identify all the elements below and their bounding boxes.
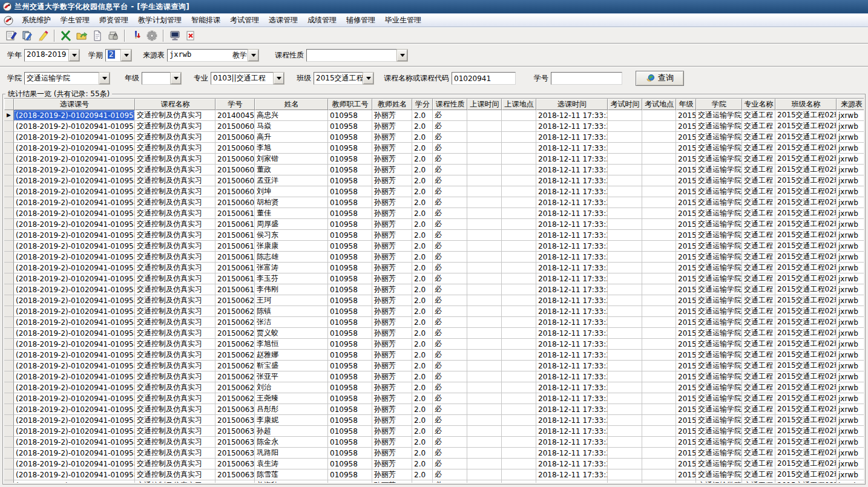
cell-college[interactable]: 交通运输学院 — [696, 328, 742, 339]
course-nature-combo[interactable] — [306, 49, 408, 62]
cell-grade[interactable]: 2015 — [676, 339, 696, 350]
cell-teacher_name[interactable]: 孙丽芳 — [372, 404, 412, 415]
chevron-down-icon[interactable] — [248, 50, 258, 61]
cell-grade[interactable]: 2015 — [676, 469, 696, 480]
cell-teacher_name[interactable]: 孙丽芳 — [372, 328, 412, 339]
cell-class_name[interactable]: 2015交通工程02班 — [775, 273, 837, 284]
cell-class_place[interactable] — [502, 306, 536, 317]
cell-credit[interactable]: 2.0 — [412, 404, 433, 415]
table-row[interactable]: (2018-2019-2)-01020941-010958-1交通控制及仿真实习… — [4, 186, 864, 197]
cell-name[interactable]: 张亚平 — [255, 371, 328, 382]
table-row[interactable]: (2018-2019-2)-01020941-010958-1交通控制及仿真实习… — [4, 371, 864, 382]
cell-teacher_id[interactable]: 010958 — [328, 404, 372, 415]
cell-college[interactable]: 交通运输学院 — [696, 295, 742, 306]
cell-teacher_name[interactable]: 孙丽芳 — [372, 110, 412, 121]
cell-class_time[interactable] — [467, 208, 502, 219]
cell-exam_place[interactable] — [642, 263, 676, 273]
cell-course_no[interactable]: (2018-2019-2)-01020941-010958-1 — [14, 121, 135, 132]
cell-id[interactable]: 201500623 — [215, 328, 255, 339]
cell-select_time[interactable]: 2018-12-11 17:33:32 — [536, 208, 608, 219]
row-indicator[interactable] — [4, 208, 14, 219]
row-indicator[interactable] — [4, 284, 14, 295]
cell-course_name[interactable]: 交通控制及仿真实习 — [135, 219, 215, 230]
cell-credit[interactable]: 2.0 — [412, 143, 433, 154]
cell-grade[interactable]: 2015 — [676, 306, 696, 317]
cell-major[interactable]: 交通工程 — [742, 175, 775, 186]
cell-exam_place[interactable] — [642, 459, 676, 469]
cell-class_name[interactable]: 2015交通工程02班 — [775, 437, 837, 448]
cell-class_time[interactable] — [467, 263, 502, 273]
cell-teacher_id[interactable]: 010958 — [328, 459, 372, 469]
table-row[interactable]: (2018-2019-2)-01020941-010958-1交通控制及仿真实习… — [4, 415, 864, 426]
cell-class_place[interactable] — [502, 459, 536, 469]
row-indicator[interactable] — [4, 339, 14, 350]
cell-course_name[interactable]: 交通控制及仿真实习 — [135, 415, 215, 426]
cell-course_name[interactable]: 交通控制及仿真实习 — [135, 469, 215, 480]
cell-major[interactable]: 交通工程 — [742, 154, 775, 165]
cell-course_name[interactable]: 交通控制及仿真实习 — [135, 208, 215, 219]
cell-select_time[interactable]: 2018-12-11 17:33:32 — [536, 165, 608, 175]
cell-class_place[interactable] — [502, 284, 536, 295]
cell-select_time[interactable]: 2018-12-11 17:33:32 — [536, 273, 608, 284]
cell-major[interactable]: 交通工程 — [742, 426, 775, 437]
cell-course_no[interactable]: (2018-2019-2)-01020941-010958-1 — [14, 361, 135, 371]
query-button[interactable]: 查询 — [636, 71, 684, 86]
cell-grade[interactable]: 2015 — [676, 382, 696, 393]
cell-course_name[interactable]: 交通控制及仿真实习 — [135, 143, 215, 154]
cell-teacher_name[interactable]: 孙丽芳 — [372, 175, 412, 186]
cell-teacher_name[interactable]: 孙丽芳 — [372, 241, 412, 252]
cell-teacher_name[interactable]: 孙丽芳 — [372, 426, 412, 437]
cell-class_place[interactable] — [502, 404, 536, 415]
cell-credit[interactable]: 2.0 — [412, 328, 433, 339]
cell-teacher_id[interactable]: 010958 — [328, 208, 372, 219]
cell-name[interactable]: 张富涛 — [255, 263, 328, 273]
cell-class_name[interactable]: 2015交通工程02班 — [775, 480, 837, 483]
cell-class_time[interactable] — [467, 165, 502, 175]
term-combo[interactable]: 2 — [105, 49, 132, 62]
cell-grade[interactable]: 2015 — [676, 197, 696, 208]
cell-course_no[interactable]: (2018-2019-2)-01020941-010958-1 — [14, 284, 135, 295]
cell-class_place[interactable] — [502, 241, 536, 252]
cell-class_name[interactable]: 2015交通工程02班 — [775, 328, 837, 339]
cell-grade[interactable]: 2015 — [676, 143, 696, 154]
cell-major[interactable]: 交通工程 — [742, 143, 775, 154]
cell-exam_place[interactable] — [642, 252, 676, 263]
cell-college[interactable]: 交通运输学院 — [696, 437, 742, 448]
cell-exam_place[interactable] — [642, 165, 676, 175]
chevron-down-icon[interactable] — [274, 73, 284, 84]
cell-class_place[interactable] — [502, 143, 536, 154]
cell-teacher_name[interactable]: 孙丽芳 — [372, 393, 412, 404]
cell-course_name[interactable]: 交通控制及仿真实习 — [135, 186, 215, 197]
cell-teacher_id[interactable]: 010958 — [328, 328, 372, 339]
cell-course_no[interactable]: (2018-2019-2)-01020941-010958-1 — [14, 252, 135, 263]
cell-grade[interactable]: 2015 — [676, 284, 696, 295]
cell-teacher_name[interactable]: 孙丽芳 — [372, 382, 412, 393]
cell-class_place[interactable] — [502, 382, 536, 393]
cell-teacher_name[interactable]: 孙丽芳 — [372, 480, 412, 483]
grade-combo[interactable] — [142, 72, 182, 85]
cell-class_name[interactable]: 2015交通工程02班 — [775, 252, 837, 263]
table-row[interactable]: (2018-2019-2)-01020941-010958-1交通控制及仿真实习… — [4, 480, 864, 483]
cell-teacher_name[interactable]: 孙丽芳 — [372, 306, 412, 317]
cell-class_name[interactable]: 2015交通工程02班 — [775, 284, 837, 295]
column-header-16[interactable]: 班级名称 — [775, 99, 837, 110]
cell-course_name[interactable]: 交通控制及仿真实习 — [135, 230, 215, 241]
cell-class_time[interactable] — [467, 469, 502, 480]
cell-source[interactable]: jxrwb — [837, 350, 864, 361]
cell-college[interactable]: 交通运输学院 — [696, 371, 742, 382]
cell-teacher_id[interactable]: 010958 — [328, 143, 372, 154]
table-row[interactable]: (2018-2019-2)-01020941-010958-1交通控制及仿真实习… — [4, 426, 864, 437]
cell-source[interactable]: jxrwb — [837, 459, 864, 469]
cell-nature[interactable]: 必 — [433, 339, 467, 350]
cell-id[interactable]: 201500603 — [215, 143, 255, 154]
row-indicator[interactable] — [4, 295, 14, 306]
cell-major[interactable]: 交通工程 — [742, 480, 775, 483]
cell-exam_time[interactable] — [608, 208, 642, 219]
cell-course_name[interactable]: 交通控制及仿真实习 — [135, 252, 215, 263]
cell-class_time[interactable] — [467, 306, 502, 317]
cell-exam_place[interactable] — [642, 339, 676, 350]
cell-exam_time[interactable] — [608, 252, 642, 263]
cell-id[interactable]: 201500601 — [215, 121, 255, 132]
menu-item-5[interactable]: 考试管理 — [225, 14, 264, 27]
cell-nature[interactable]: 必 — [433, 469, 467, 480]
